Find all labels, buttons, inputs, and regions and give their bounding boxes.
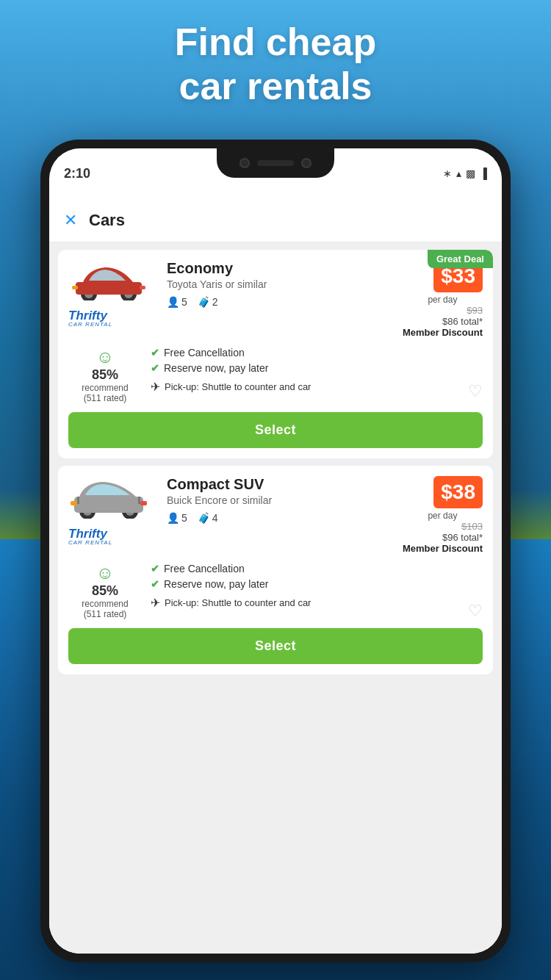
per-day-suv: per day	[403, 511, 483, 521]
svg-rect-13	[140, 501, 147, 505]
battery-icon: ▐	[480, 167, 487, 179]
select-button-economy[interactable]: Select	[68, 412, 483, 448]
car-type-economy: Economy	[167, 260, 395, 277]
rating-section-economy: ☺ 85% recommend (511 rated)	[68, 347, 142, 403]
passenger-count: 5	[181, 296, 187, 308]
check-icon: ✔	[151, 347, 159, 359]
check-icon-suv2: ✔	[151, 578, 159, 590]
pickup-suv: ✈ Pick-up: Shuttle to counter and car	[151, 596, 483, 610]
features-section-suv: ✔ Free Cancellation ✔ Reserve now, pay l…	[151, 563, 483, 610]
original-price-economy: $93	[403, 305, 483, 316]
car-image-area-suv: Thrifty CAR RENTAL	[68, 476, 156, 546]
rating-count-suv: (511 rated)	[68, 609, 142, 619]
car-image-area-economy: Thrifty CAR RENTAL	[68, 260, 156, 328]
car-info-suv: Compact SUV Buick Encore or similar 👤 5 …	[167, 476, 395, 524]
svg-rect-14	[77, 497, 79, 504]
original-price-suv: $103	[403, 521, 483, 532]
rating-count-economy: (511 rated)	[68, 393, 142, 403]
favorite-button-suv[interactable]: ♡	[468, 602, 483, 605]
feature-text2: Reserve now, pay later	[164, 362, 268, 374]
car-type-suv: Compact SUV	[167, 476, 395, 493]
check-icon-suv1: ✔	[151, 563, 159, 574]
status-icons: ∗ ▴ ▩ ▐	[443, 167, 487, 179]
headline-line2: car rentals	[0, 65, 551, 109]
price-badge-suv: $38	[433, 476, 483, 508]
passenger-count-suv: 5	[181, 512, 187, 524]
plane-icon-suv: ✈	[151, 596, 160, 610]
total-price-suv: $96 total*	[403, 532, 483, 543]
card-top-economy: Thrifty CAR RENTAL Economy Toyota Yaris …	[68, 260, 483, 338]
rating-label-economy: recommend	[68, 383, 142, 393]
brand-logo-suv: Thrifty CAR RENTAL	[68, 527, 156, 546]
price-box-suv: $38 per day $103 $96 total* Member Disco…	[403, 476, 483, 554]
notch	[217, 148, 334, 178]
pickup-text-suv: Pick-up: Shuttle to counter and car	[165, 597, 311, 608]
favorite-button-economy[interactable]: ♡	[468, 382, 483, 389]
pickup-text: Pick-up: Shuttle to counter and car	[165, 381, 311, 392]
person-icon: 👤	[167, 296, 179, 308]
svg-rect-15	[138, 497, 140, 504]
headline: Find cheap car rentals	[0, 21, 551, 109]
car-card-suv: Thrifty CAR RENTAL Compact SUV Buick Enc…	[58, 466, 493, 674]
brand-logo-economy: Thrifty CAR RENTAL	[68, 309, 156, 328]
phone-frame: 2:10 ∗ ▴ ▩ ▐ ✕ Cars	[40, 140, 511, 962]
phone-screen: 2:10 ∗ ▴ ▩ ▐ ✕ Cars	[49, 148, 502, 954]
select-button-suv[interactable]: Select	[68, 628, 483, 664]
bag-spec-suv: 🧳 4	[198, 512, 218, 524]
person-icon-suv: 👤	[167, 512, 179, 524]
camera	[240, 158, 250, 168]
passenger-spec: 👤 5	[167, 296, 187, 308]
feature-cancellation-economy: ✔ Free Cancellation	[151, 347, 483, 359]
car-card-economy: Great Deal	[58, 250, 493, 458]
svg-rect-6	[140, 286, 145, 289]
feature-text: Free Cancellation	[164, 347, 245, 359]
sensor	[257, 160, 294, 166]
svg-rect-12	[71, 501, 77, 505]
close-button[interactable]: ✕	[64, 211, 77, 230]
app-content: ✕ Cars Great Deal	[49, 198, 502, 954]
check-icon2: ✔	[151, 362, 159, 374]
rating-label-suv: recommend	[68, 599, 142, 609]
wifi-icon: ▴	[456, 167, 461, 179]
svg-rect-5	[72, 286, 78, 289]
bag-icon: 🧳	[198, 296, 210, 308]
rating-emoji-economy: ☺	[68, 347, 142, 367]
content-scroll[interactable]: Great Deal	[49, 242, 502, 954]
bluetooth-icon: ∗	[443, 167, 452, 179]
status-time: 2:10	[64, 166, 90, 181]
car-model-suv: Buick Encore or similar	[167, 494, 395, 506]
feature-text-suv1: Free Cancellation	[164, 563, 245, 574]
status-bar: 2:10 ∗ ▴ ▩ ▐	[49, 148, 502, 198]
car-info-economy: Economy Toyota Yaris or similar 👤 5 🧳 2	[167, 260, 395, 308]
price-box-economy: $33 per day $93 $86 total* Member Discou…	[403, 260, 483, 338]
car-image-suv	[68, 476, 149, 519]
plane-icon: ✈	[151, 380, 160, 394]
feature-reserve-suv: ✔ Reserve now, pay later	[151, 578, 483, 590]
car-specs-economy: 👤 5 🧳 2	[167, 296, 395, 308]
car-model-economy: Toyota Yaris or similar	[167, 278, 395, 290]
rating-pct-economy: 85%	[68, 367, 142, 383]
card-top-suv: Thrifty CAR RENTAL Compact SUV Buick Enc…	[68, 476, 483, 554]
page-title: Cars	[89, 211, 125, 230]
svg-rect-11	[74, 497, 143, 513]
passenger-spec-suv: 👤 5	[167, 512, 187, 524]
feature-reserve-economy: ✔ Reserve now, pay later	[151, 362, 483, 374]
signal-icon: ▩	[466, 167, 475, 179]
car-image-economy	[68, 260, 149, 300]
pickup-economy: ✈ Pick-up: Shuttle to counter and car	[151, 380, 483, 394]
bag-icon-suv: 🧳	[198, 512, 210, 524]
member-discount-economy: Member Discount	[403, 327, 483, 338]
total-price-economy: $86 total*	[403, 316, 483, 327]
card-bottom-suv: ☺ 85% recommend (511 rated) ✔ Free Cance…	[68, 563, 483, 619]
rating-pct-suv: 85%	[68, 583, 142, 599]
feature-text-suv2: Reserve now, pay later	[164, 578, 268, 590]
rating-section-suv: ☺ 85% recommend (511 rated)	[68, 563, 142, 619]
car-specs-suv: 👤 5 🧳 4	[167, 512, 395, 524]
bag-count: 2	[212, 296, 218, 308]
card-bottom-economy: ☺ 85% recommend (511 rated) ✔ Free Cance…	[68, 347, 483, 403]
headline-line1: Find cheap	[0, 21, 551, 65]
camera2	[301, 158, 311, 168]
great-deal-badge: Great Deal	[428, 250, 493, 268]
bag-spec: 🧳 2	[198, 296, 218, 308]
features-section-economy: ✔ Free Cancellation ✔ Reserve now, pay l…	[151, 347, 483, 394]
